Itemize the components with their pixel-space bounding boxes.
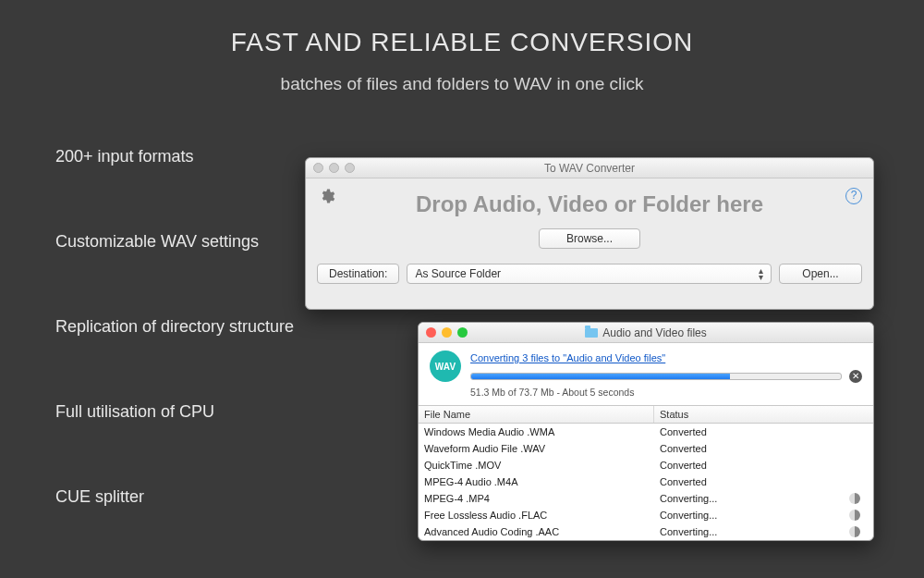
- destination-button[interactable]: Destination:: [317, 264, 399, 284]
- progress-panel: WAV Converting 3 files to "Audio and Vid…: [419, 343, 873, 405]
- folder-icon: [585, 328, 598, 338]
- window-title-text: Audio and Video files: [602, 326, 707, 339]
- titlebar: Audio and Video files: [419, 323, 873, 343]
- titlebar: To WAV Converter: [306, 158, 873, 178]
- status-text: Converting...: [660, 493, 717, 504]
- cell-filename: Windows Media Audio .WMA: [419, 426, 654, 437]
- cell-status: Converted: [654, 460, 873, 471]
- browse-button[interactable]: Browse...: [539, 228, 640, 249]
- cell-status: Converting...: [654, 510, 873, 521]
- open-button[interactable]: Open...: [779, 264, 862, 284]
- cell-filename: MPEG-4 .MP4: [419, 493, 654, 504]
- feature-item: CUE splitter: [55, 488, 294, 505]
- table-header: File Name Status: [419, 405, 873, 424]
- feature-item: Full utilisation of CPU: [55, 403, 294, 420]
- status-text: Converting...: [660, 510, 717, 521]
- progress-link[interactable]: Converting 3 files to "Audio and Video f…: [470, 352, 665, 363]
- cell-status: Converted: [654, 476, 873, 487]
- spinner-icon: [849, 510, 860, 521]
- help-icon[interactable]: ?: [845, 188, 862, 204]
- cell-status: Converted: [654, 443, 873, 454]
- cancel-icon[interactable]: ✕: [849, 370, 862, 383]
- cell-filename: Advanced Audio Coding .AAC: [419, 526, 654, 537]
- destination-value: As Source Folder: [415, 264, 501, 283]
- window-title: Audio and Video files: [419, 326, 873, 339]
- status-text: Converting...: [660, 526, 717, 537]
- spinner-icon: [849, 526, 860, 537]
- page-subheadline: batches of files and folders to WAV in o…: [0, 74, 924, 94]
- cell-status: Converted: [654, 426, 873, 437]
- drop-zone-label: Drop Audio, Video or Folder here: [306, 191, 873, 217]
- cell-filename: Free Lossless Audio .FLAC: [419, 510, 654, 521]
- progress-fill: [471, 374, 730, 379]
- progress-bar: [470, 373, 842, 380]
- progress-window: Audio and Video files WAV Converting 3 f…: [418, 322, 874, 541]
- column-status[interactable]: Status: [654, 406, 873, 423]
- spinner-icon: [849, 493, 860, 504]
- cell-status: Converting...: [654, 493, 873, 504]
- window-title: To WAV Converter: [306, 162, 873, 175]
- converter-window: To WAV Converter ? Drop Audio, Video or …: [305, 157, 874, 310]
- status-text: Converted: [660, 443, 707, 454]
- feature-list: 200+ input formats Customizable WAV sett…: [55, 148, 294, 573]
- file-table-body: Windows Media Audio .WMAConvertedWavefor…: [419, 424, 873, 540]
- progress-status: 51.3 Mb of 73.7 Mb - About 5 seconds: [470, 387, 862, 398]
- table-row[interactable]: Free Lossless Audio .FLACConverting...: [419, 507, 873, 523]
- cell-filename: Waveform Audio File .WAV: [419, 443, 654, 454]
- status-text: Converted: [660, 426, 707, 437]
- table-row[interactable]: Windows Media Audio .WMAConverted: [419, 424, 873, 440]
- column-filename[interactable]: File Name: [419, 406, 654, 423]
- table-row[interactable]: QuickTime .MOVConverted: [419, 457, 873, 473]
- feature-item: Replication of directory structure: [55, 318, 294, 335]
- table-row[interactable]: MPEG-4 .MP4Converting...: [419, 490, 873, 507]
- page-headline: FAST AND RELIABLE CONVERSION: [0, 28, 924, 57]
- wav-icon: WAV: [430, 350, 461, 382]
- destination-select[interactable]: As Source Folder ▴▾: [407, 264, 772, 284]
- cell-status: Converting...: [654, 526, 873, 537]
- table-row[interactable]: MPEG-4 Audio .M4AConverted: [419, 473, 873, 490]
- table-row[interactable]: Advanced Audio Coding .AACConverting...: [419, 523, 873, 540]
- table-row[interactable]: Waveform Audio File .WAVConverted: [419, 440, 873, 457]
- cell-filename: QuickTime .MOV: [419, 460, 654, 471]
- gear-icon[interactable]: [319, 188, 335, 209]
- chevron-updown-icon: ▴▾: [759, 267, 763, 280]
- feature-item: 200+ input formats: [55, 148, 294, 165]
- cell-filename: MPEG-4 Audio .M4A: [419, 476, 654, 487]
- feature-item: Customizable WAV settings: [55, 233, 294, 250]
- status-text: Converted: [660, 476, 707, 487]
- status-text: Converted: [660, 460, 707, 471]
